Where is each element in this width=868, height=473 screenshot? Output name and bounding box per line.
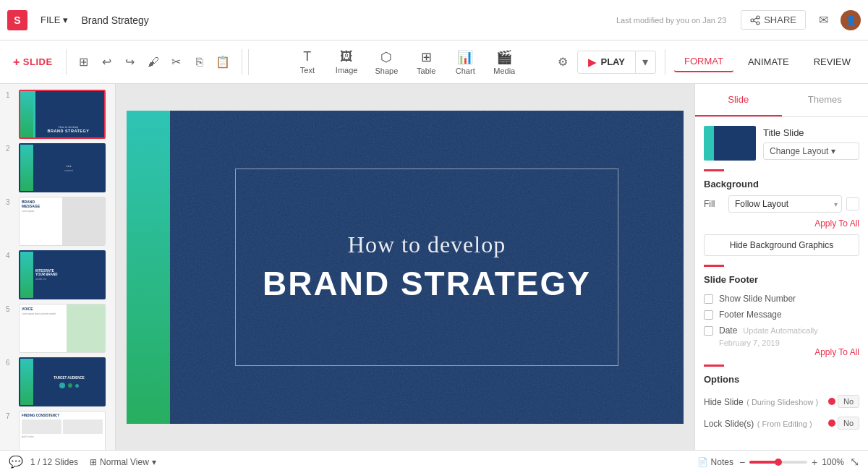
slide-thumb-2[interactable]: 2 ●●● content [6,143,109,192]
slide-label: SLIDE [23,56,53,67]
share-button[interactable]: SHARE [741,10,806,30]
text-label: Text [300,66,315,74]
redo-icon[interactable]: ↪ [120,52,140,72]
slide-preview-7[interactable]: FINDING CONSISTENCY Add Content [19,411,106,450]
hide-slide-value[interactable]: No [838,395,859,408]
change-layout-chevron: ▾ [831,146,835,156]
main-content: 1 How to develop BRAND STRATEGY 2 ●●● [0,84,868,450]
media-tool-button[interactable]: 🎬 Media [486,46,522,78]
zoom-in-button[interactable]: + [812,456,817,468]
shape-tool-button[interactable]: ⬡ Shape [367,46,405,78]
notification-icon[interactable]: ✉ [813,10,833,30]
image-label: Image [336,66,358,74]
date-auto-text: Update Automatically [743,326,817,335]
toolbar-right-group: ⚙ ▶ PLAY ▾ FORMAT ANIMATE REVIEW [553,49,861,75]
footer-section-divider [704,265,724,267]
zoom-out-button[interactable]: − [739,456,745,468]
zoom-handle [775,459,782,466]
hide-background-graphics-button[interactable]: Hide Background Graphics [704,234,859,256]
grid-view-icon[interactable]: ⊞ [74,52,94,72]
doc-title[interactable]: Brand Strategy [81,14,608,26]
chart-tool-button[interactable]: 📊 Chart [447,46,483,78]
main-slide[interactable]: How to develop BRAND STRATEGY [127,111,684,424]
slide-title-text: BRAND STRATEGY [263,264,591,303]
table-tool-button[interactable]: ⊞ Table [408,46,444,78]
copy-icon[interactable]: ⎘ [190,52,210,72]
tab-review[interactable]: REVIEW [804,52,861,72]
toolbar-separator-2 [248,49,249,75]
tab-animate[interactable]: ANIMATE [738,52,799,72]
notes-button[interactable]: 📄 Notes [697,457,733,467]
add-slide-button[interactable]: + SLIDE [7,53,59,72]
lock-slide-value[interactable]: No [838,417,859,430]
file-menu[interactable]: FILE ▾ [35,12,74,28]
options-section: Options Hide Slide ( During Slideshow ) … [704,374,859,434]
show-slide-num-checkbox[interactable] [704,294,713,304]
text-tool-button[interactable]: T Text [289,46,326,77]
slide-current: 1 [30,457,35,467]
play-dropdown-button[interactable]: ▾ [635,51,655,73]
slide-subtitle-text: How to develop [348,231,506,258]
date-checkbox[interactable] [704,326,713,336]
hide-slide-toggle[interactable]: No [828,395,859,408]
change-layout-label: Change Layout [770,146,828,156]
play-label: PLAY [600,56,624,67]
profile-avatar[interactable]: 👤 [841,10,861,30]
paste-icon[interactable]: 📋 [213,52,233,72]
chart-icon: 📊 [457,49,473,65]
settings-icon[interactable]: ⚙ [553,52,573,72]
tab-slide[interactable]: Slide [695,84,782,116]
zoom-fill [749,461,778,464]
lock-slide-indicator [828,419,835,427]
toolbar-separator-3 [665,49,665,75]
play-triangle-icon: ▶ [588,56,596,68]
slide-thumb-4[interactable]: 4 INTEGRATEYOUR BRAND subtitle text [6,250,109,299]
toolbar-separator-1 [66,49,67,75]
cut-icon[interactable]: ✂ [166,52,187,72]
table-icon: ⊞ [421,49,432,65]
slide-thumb-6[interactable]: 6 TARGET AUDIENCE [6,357,109,406]
text-icon: T [303,49,311,64]
fill-color-dot[interactable] [846,197,859,210]
tab-themes[interactable]: Themes [782,84,869,116]
slide-green-sidebar [127,111,170,424]
lock-slide-toggle[interactable]: No [828,417,859,430]
slide-background: How to develop BRAND STRATEGY [127,111,684,424]
slide-total: 12 Slides [43,457,78,467]
zoom-slider[interactable] [749,461,807,464]
hide-slide-sub: ( During Slideshow ) [746,398,818,406]
slide-thumb-1[interactable]: 1 How to develop BRAND STRATEGY [6,90,109,139]
slide-title-box: How to develop BRAND STRATEGY [235,169,618,366]
format-paint-icon[interactable]: 🖌 [143,52,163,72]
slide-preview-3[interactable]: BRANDMESSAGE Lorem ipsum [19,197,106,246]
view-label: Normal View [100,457,149,467]
footer-message-checkbox[interactable] [704,310,713,320]
slide-thumb-5[interactable]: 5 VOICE Lorem ipsum dolor sit amet conte… [6,304,109,353]
fill-select[interactable]: Follow Layout [728,195,842,213]
view-selector[interactable]: ⊞ Normal View ▾ [85,456,161,469]
slide-num-4: 4 [6,250,14,260]
tab-format[interactable]: FORMAT [674,51,733,72]
slide-preview-4[interactable]: INTEGRATEYOUR BRAND subtitle text [19,250,106,299]
apply-all-2[interactable]: Apply To All [704,347,859,357]
panel-slide-content: Title Slide Change Layout ▾ Background F… [695,117,868,450]
slide-num-5: 5 [6,304,14,313]
slide-preview-1[interactable]: How to develop BRAND STRATEGY [19,90,106,139]
slide-separator: / [38,457,43,467]
slide-preview-6[interactable]: TARGET AUDIENCE [19,357,106,406]
hide-slide-label: Hide Slide [704,397,744,407]
change-layout-button[interactable]: Change Layout ▾ [763,142,859,160]
slide-preview-2[interactable]: ●●● content [19,143,106,192]
image-tool-button[interactable]: 🖼 Image [328,46,365,77]
comment-icon[interactable]: 💬 [9,455,23,469]
undo-icon[interactable]: ↩ [97,52,117,72]
play-button[interactable]: ▶ PLAY [578,52,634,72]
apply-all-1[interactable]: Apply To All [704,218,859,229]
hide-slide-row: Hide Slide ( During Slideshow ) No [704,391,859,412]
fullscreen-button[interactable]: ⤡ [850,455,859,469]
slide-thumb-3[interactable]: 3 BRANDMESSAGE Lorem ipsum [6,197,109,246]
slide-preview-5[interactable]: VOICE Lorem ipsum dolor sit amet content [19,304,106,353]
slide-thumb-7[interactable]: 7 FINDING CONSISTENCY Add Content [6,411,109,450]
layout-title: Title Slide [763,127,859,138]
slide-counter: 1 / 12 Slides [30,457,78,467]
